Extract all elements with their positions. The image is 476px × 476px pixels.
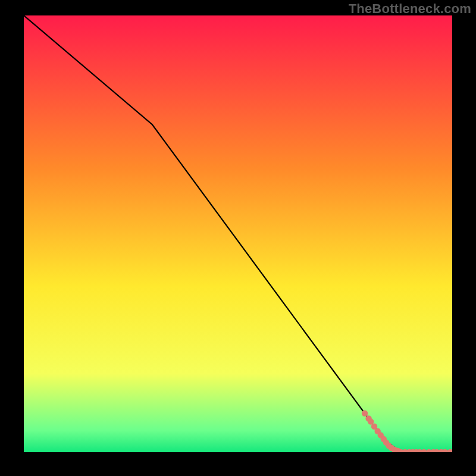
chart-frame: TheBottleneck.com [0, 0, 476, 476]
watermark-text: TheBottleneck.com [349, 1, 471, 17]
data-marker [362, 411, 368, 416]
gradient-background [24, 15, 452, 452]
chart-svg [24, 15, 452, 452]
plot-area [24, 15, 452, 452]
